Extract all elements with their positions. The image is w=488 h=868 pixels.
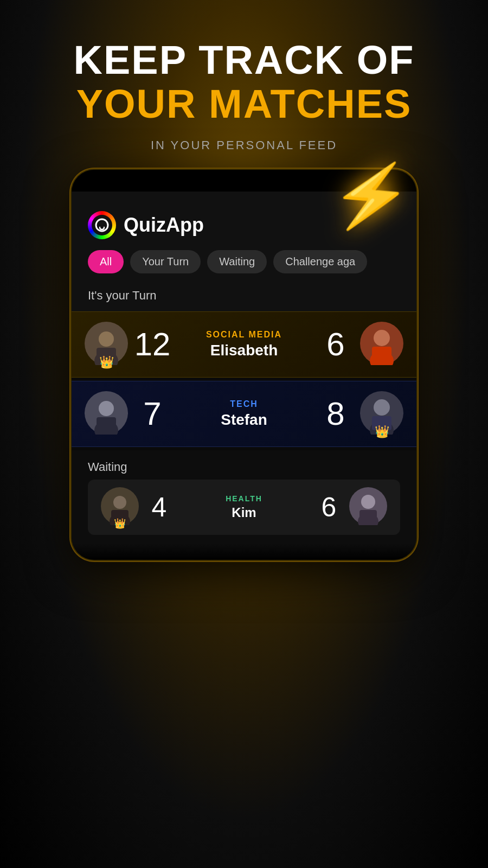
your-turn-label: It's your Turn [72, 283, 416, 311]
their-avatar-2: 👑 [360, 391, 403, 437]
crown-3: 👑 [114, 518, 126, 529]
svg-rect-8 [372, 347, 391, 361]
my-avatar-3: 👑 [101, 487, 139, 527]
svg-point-22 [361, 495, 375, 509]
app-name: QuizApp [124, 214, 204, 237]
match-info-2: TECH Stefan [177, 399, 311, 429]
svg-point-10 [99, 401, 114, 416]
match-card-kim[interactable]: 👑 4 HEALTH Kim 6 [88, 480, 400, 535]
app-logo-inner [92, 215, 112, 235]
their-score-2: 8 [311, 395, 360, 432]
hero-title-line2: YOUR MATCHES [0, 82, 488, 126]
my-score-1: 12 [128, 326, 177, 363]
crown-1: 👑 [99, 355, 114, 369]
category-3: HEALTH [179, 494, 309, 503]
bottom-fade [72, 544, 416, 560]
filter-tabs: All Your Turn Waiting Challenge aga [72, 250, 416, 283]
svg-point-2 [99, 331, 114, 347]
match-card-elisabeth[interactable]: 👑 12 SOCIAL MEDIA Elisabeth 6 [72, 311, 416, 378]
my-score-2: 7 [128, 395, 177, 432]
waiting-section: Waiting 👑 4 HEALTH [72, 450, 416, 544]
my-score-3: 4 [139, 492, 179, 523]
their-avatar-3 [349, 487, 387, 527]
hero-section: KEEP TRACK OF YOUR MATCHES IN YOUR PERSO… [0, 0, 488, 152]
my-avatar-svg-2 [85, 391, 128, 435]
phone-mockup: ⚡ QuizApp All Your Tur [70, 169, 418, 561]
category-1: SOCIAL MEDIA [177, 330, 311, 340]
my-avatar-2 [85, 391, 128, 437]
tab-all[interactable]: All [88, 250, 124, 273]
match-info-1: SOCIAL MEDIA Elisabeth [177, 330, 311, 359]
match-card-stefan[interactable]: 7 TECH Stefan 8 👑 [72, 381, 416, 447]
their-avatar-svg-3 [349, 487, 387, 525]
app-logo [88, 211, 116, 239]
their-score-3: 6 [309, 492, 349, 523]
my-avatar-1: 👑 [85, 322, 128, 367]
waiting-label: Waiting [88, 460, 400, 474]
category-2: TECH [177, 399, 311, 409]
opponent-1: Elisabeth [177, 342, 311, 359]
svg-rect-12 [97, 417, 116, 430]
page-content: KEEP TRACK OF YOUR MATCHES IN YOUR PERSO… [0, 0, 488, 868]
hero-title-line1: KEEP TRACK OF [0, 38, 488, 82]
svg-point-18 [113, 496, 126, 509]
quizapp-q-icon [94, 218, 110, 233]
their-avatar-1 [360, 322, 403, 367]
tab-challenge[interactable]: Challenge aga [273, 250, 367, 273]
svg-rect-24 [359, 510, 377, 522]
svg-point-14 [374, 399, 390, 416]
their-score-1: 6 [311, 326, 360, 363]
hero-subtitle: IN YOUR PERSONAL FEED [0, 138, 488, 152]
tab-waiting[interactable]: Waiting [207, 250, 267, 273]
crown-2: 👑 [375, 425, 389, 439]
lightning-icon: ⚡ [328, 155, 415, 238]
opponent-3: Kim [179, 505, 309, 520]
their-avatar-svg-1 [360, 322, 403, 365]
match-info-3: HEALTH Kim [179, 494, 309, 520]
tab-your-turn[interactable]: Your Turn [130, 250, 201, 273]
svg-point-6 [374, 330, 390, 346]
opponent-2: Stefan [177, 411, 311, 429]
